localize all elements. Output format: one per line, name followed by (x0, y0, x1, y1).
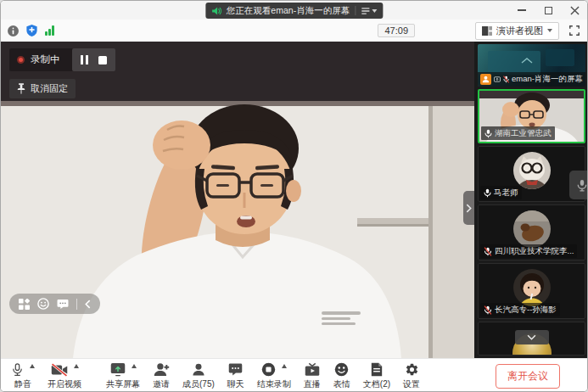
maximize-icon (545, 7, 552, 14)
close-button[interactable] (568, 4, 580, 16)
video-options-caret[interactable] (74, 364, 79, 368)
speaker-icon (211, 6, 221, 16)
meeting-timer: 47:09 (378, 24, 415, 37)
stop-recording-button[interactable] (98, 56, 107, 64)
layout-icon (482, 26, 492, 36)
stop-record-icon (261, 362, 276, 377)
participant-name: 马老师 (494, 188, 518, 199)
mic-icon (484, 129, 492, 138)
chat-button[interactable]: 聊天 (227, 361, 244, 390)
chat-icon (228, 362, 243, 377)
participant-tile-screen-share[interactable]: eman-肖海一的屏幕 (478, 44, 585, 87)
network-signal-icon[interactable] (45, 25, 54, 36)
invite-label: 邀请 (153, 378, 170, 390)
maximize-button[interactable] (542, 4, 554, 16)
meeting-info-icon[interactable] (8, 25, 19, 36)
share-options-caret[interactable] (132, 364, 137, 368)
leave-meeting-button[interactable]: 离开会议 (496, 364, 560, 389)
members-label: 成员(75) (182, 378, 215, 390)
docs-button[interactable]: 文档(2) (363, 361, 390, 390)
watching-screen-notification[interactable]: 您正在观看eman-肖海一的屏幕 (205, 3, 383, 19)
mute-button[interactable]: 静音 (11, 361, 35, 390)
participant-tile-active-speaker[interactable]: 湖南工业管忠武 (478, 89, 585, 143)
unpin-button[interactable]: 取消固定 (9, 79, 76, 98)
settings-button[interactable]: 设置 (403, 361, 420, 390)
recording-controls (72, 48, 115, 71)
chat-quick-button[interactable] (57, 299, 69, 310)
caret-down-icon (547, 29, 552, 32)
participant-label: 长汽高专--孙海影 (480, 303, 560, 316)
unpin-label: 取消固定 (31, 82, 68, 95)
emoji-button[interactable]: 表情 (333, 361, 350, 390)
document-icon (371, 362, 383, 377)
share-screen-label: 共享屏幕 (106, 378, 140, 390)
close-icon (570, 6, 580, 15)
settings-label: 设置 (403, 378, 420, 390)
participant-tile[interactable]: 四川职业技术学院李... (478, 204, 585, 260)
invite-person-icon (154, 362, 170, 377)
microphone-icon (11, 362, 24, 378)
main-speaker-video[interactable]: 录制中 取消固定 (1, 42, 474, 358)
camera-off-icon (51, 363, 68, 377)
child-avatar (513, 269, 551, 306)
record-options-caret[interactable] (282, 364, 287, 368)
chevron-left-icon (85, 300, 91, 309)
muted-mic-icon (484, 305, 492, 315)
cat-avatar (513, 152, 551, 189)
mic-icon (484, 188, 491, 198)
reaction-button[interactable] (37, 298, 49, 310)
meeting-window: 您正在观看eman-肖海一的屏幕 (0, 0, 588, 392)
presenter-icon (482, 76, 490, 83)
sidebar-collapse-handle[interactable] (463, 191, 474, 225)
floating-mic-button[interactable] (569, 171, 587, 199)
members-button[interactable]: 成员(75) (182, 361, 215, 390)
divider (76, 299, 77, 310)
avatar (513, 269, 551, 306)
live-button[interactable]: 直播 (304, 361, 321, 390)
screen-share-badge (480, 74, 491, 85)
pause-recording-button[interactable] (81, 55, 88, 64)
gear-icon (405, 362, 419, 377)
statusbar-right: 47:09 演讲者视图 (378, 22, 580, 40)
dog-avatar (513, 210, 551, 248)
collapse-pill-button[interactable] (85, 300, 91, 309)
mic-options-caret[interactable] (30, 364, 35, 368)
participant-label: 马老师 (480, 186, 522, 199)
participant-name: 长汽高专--孙海影 (495, 305, 557, 316)
chat-label: 聊天 (227, 378, 244, 390)
view-mode-button[interactable]: 演讲者视图 (475, 22, 559, 40)
notification-menu-icon[interactable] (361, 7, 377, 15)
statusbar: 47:09 演讲者视图 (1, 20, 587, 42)
list-icon (361, 7, 370, 15)
participant-tile[interactable]: 长汽高专--孙海影 (478, 263, 585, 319)
start-video-button[interactable]: 开启视频 (48, 361, 81, 390)
share-screen-button[interactable]: 共享屏幕 (106, 361, 140, 390)
minimize-icon (518, 9, 526, 11)
smiley-icon (37, 298, 49, 310)
stop-record-button[interactable]: 结束录制 (257, 361, 291, 390)
fullscreen-button[interactable] (568, 25, 580, 36)
window-controls (516, 1, 580, 20)
chat-bubble-icon (57, 299, 69, 310)
participants-sidebar: eman-肖海一的屏幕 (474, 42, 587, 358)
layout-switch-button[interactable] (19, 299, 30, 310)
emoji-label: 表情 (333, 378, 350, 390)
divider (355, 6, 356, 15)
security-shield-icon[interactable] (26, 25, 37, 36)
caret-down-icon (372, 9, 377, 13)
participant-name: 四川职业技术学院李... (495, 246, 574, 257)
screen-icon (494, 76, 501, 83)
collapse-tiles-button[interactable] (515, 330, 549, 344)
record-dot-icon (17, 56, 25, 64)
emoji-icon (334, 362, 349, 377)
minimize-button[interactable] (516, 4, 528, 16)
mute-label: 静音 (14, 378, 31, 390)
muted-mic-icon (484, 247, 492, 256)
grid-layout-icon (19, 299, 30, 310)
recording-indicator: 录制中 (9, 48, 115, 71)
participant-tile-partial[interactable] (478, 322, 585, 356)
invite-button[interactable]: 邀请 (153, 361, 170, 390)
participant-label: eman-肖海一的屏幕 (478, 72, 585, 87)
share-screen-icon (110, 362, 126, 377)
members-icon (192, 362, 205, 377)
